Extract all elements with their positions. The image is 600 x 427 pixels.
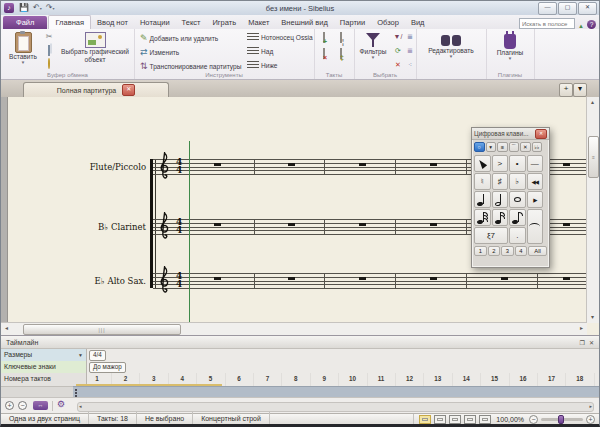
bar-number[interactable]: 3: [144, 375, 164, 382]
scroll-up-icon[interactable]: ▴: [587, 97, 598, 108]
select-row-icon[interactable]: ≣: [404, 31, 416, 43]
whole-rest[interactable]: [288, 277, 295, 280]
select-graphic-button[interactable]: Выбрать графический объект: [59, 32, 131, 63]
dock-panel-icon[interactable]: ❐: [580, 339, 585, 346]
timeline-zoom-out-icon[interactable]: −: [18, 401, 27, 410]
reselect-icon[interactable]: ⟳: [392, 45, 404, 57]
concert-pitch-status[interactable]: Концертный строй: [193, 412, 270, 426]
bar-number[interactable]: 9: [314, 375, 334, 382]
whole-rest[interactable]: [359, 163, 366, 166]
edit-dropdown-icon[interactable]: ▼: [449, 55, 453, 60]
bar-number[interactable]: 5: [201, 375, 221, 382]
whole-rest[interactable]: [214, 163, 221, 166]
treble-clef-icon[interactable]: [156, 212, 172, 242]
keypad-natural-button[interactable]: ♮: [474, 173, 491, 190]
close-button[interactable]: ✕: [578, 2, 597, 15]
select-more-icon[interactable]: ▼/: [392, 31, 404, 43]
whole-rest[interactable]: [214, 277, 221, 280]
delete-bar-icon[interactable]: ×: [318, 48, 330, 60]
keypad-title-bar[interactable]: Цифровая клави... ✕: [472, 128, 549, 140]
tab-more-notes[interactable]: ▾: [486, 142, 497, 152]
view-mode-panorama-button[interactable]: [479, 415, 491, 424]
ossia-below-button[interactable]: Ниже: [247, 61, 278, 69]
bar-number[interactable]: 12: [399, 375, 419, 382]
keypad-sixteenth-note-button[interactable]: [492, 209, 509, 226]
timeline-scroll-right-icon[interactable]: ▸: [589, 403, 592, 409]
tab-обзор[interactable]: Обзор: [371, 16, 405, 29]
scroll-right-icon[interactable]: ▸: [576, 323, 587, 334]
tab-партии[interactable]: Партии: [334, 16, 371, 29]
tab-внешний-вид[interactable]: Внешний вид: [275, 16, 334, 29]
timeline-zoom-in-icon[interactable]: +: [5, 401, 14, 410]
whole-rest[interactable]: [430, 277, 437, 280]
close-panel-icon[interactable]: ✕: [589, 339, 594, 346]
bar-number[interactable]: 7: [257, 375, 277, 382]
bar-number[interactable]: 10: [343, 375, 363, 382]
keypad-whole-note-button[interactable]: [509, 191, 526, 208]
tab-beams-tremolos[interactable]: ≡: [497, 142, 508, 152]
voice-all-button[interactable]: All: [528, 246, 547, 256]
treble-clef-icon[interactable]: [156, 266, 172, 296]
voice-1-button[interactable]: 1: [474, 246, 487, 256]
tab-jazz-articulations[interactable]: ✕: [520, 142, 531, 152]
plugins-button[interactable]: Плагины ▼: [488, 31, 532, 61]
tab-вид[interactable]: Вид: [405, 16, 431, 29]
key-signature-chip[interactable]: До мажор: [89, 362, 126, 373]
timeline-header[interactable]: Таймлайн ❐ ✕: [1, 336, 599, 349]
whole-rest[interactable]: [430, 163, 437, 166]
deselect-icon[interactable]: ✕: [392, 59, 404, 71]
whole-rest[interactable]: [563, 277, 570, 280]
tab-articulations[interactable]: ⌒: [509, 142, 520, 152]
zoom-slider-thumb[interactable]: [558, 415, 564, 424]
split-bar-icon[interactable]: ¦: [335, 32, 347, 44]
maximize-button[interactable]: ▢: [558, 2, 577, 15]
select-box-icon[interactable]: ≣: [404, 45, 416, 57]
tab-file[interactable]: Файл: [3, 16, 47, 29]
keypad-flat-button[interactable]: ♭: [509, 173, 526, 190]
bar-number[interactable]: 2: [115, 375, 135, 382]
whole-rest[interactable]: [563, 163, 570, 166]
paste-dropdown-icon[interactable]: ▼: [21, 61, 25, 66]
transpose-score-button[interactable]: ⇅ Транспонирование партитуры: [140, 61, 241, 72]
time-signature-lower[interactable]: 4: [176, 166, 182, 175]
scroll-left-icon[interactable]: ◂: [1, 323, 12, 334]
whole-rest[interactable]: [288, 163, 295, 166]
bar-number[interactable]: 14: [456, 375, 476, 382]
scroll-down-icon[interactable]: ▾: [587, 312, 598, 323]
keypad-tenuto-button[interactable]: —: [527, 155, 544, 172]
time-signature-chip[interactable]: 4/4: [89, 350, 106, 361]
tab-common-notes[interactable]: ○: [474, 142, 485, 152]
timeline-scroll-left-icon[interactable]: ◂: [79, 403, 82, 409]
timeline-row-bar-numbers[interactable]: Номера тактов 12345678910111213141516171…: [1, 373, 599, 387]
minimize-button[interactable]: —: [538, 2, 557, 15]
voice-4-button[interactable]: 4: [515, 246, 528, 256]
zoom-out-button[interactable]: −: [529, 415, 538, 424]
keypad-sharp-button[interactable]: ♯: [492, 173, 509, 190]
zoom-slider[interactable]: [541, 418, 583, 421]
whole-rest[interactable]: [288, 223, 295, 226]
bar-number[interactable]: 13: [428, 375, 448, 382]
time-signature-lower[interactable]: 4: [176, 226, 182, 235]
bar-number[interactable]: 15: [485, 375, 505, 382]
time-signature-lower[interactable]: 4: [176, 280, 182, 289]
view-mode-pages-button[interactable]: [419, 415, 431, 424]
cut-icon[interactable]: ✂: [43, 31, 55, 43]
add-remove-button[interactable]: ✎ Добавить или удалить: [140, 33, 218, 44]
select-notes-icon[interactable]: ⁖: [404, 59, 416, 71]
keypad-tie-button[interactable]: [527, 209, 544, 244]
tab-нотации[interactable]: Нотации: [134, 16, 176, 29]
bar-number[interactable]: 4: [172, 375, 192, 382]
keypad-panel[interactable]: Цифровая клави... ✕ ○▾≡⌒✕♭♭ >•—♮♯♭◀◀▶ξ7.…: [471, 127, 550, 268]
keypad-quarter-note-button[interactable]: [474, 191, 491, 208]
horizontal-scrollbar[interactable]: ◂ ||| ▸: [1, 322, 587, 335]
instrument-name[interactable]: Flute/Piccolo: [1, 162, 146, 172]
keypad-rests-button[interactable]: ξ7: [474, 227, 508, 244]
keypad-half-note-button[interactable]: [492, 191, 509, 208]
document-tab[interactable]: Полная партитура ✕: [23, 82, 169, 97]
keypad-staccato-button[interactable]: •: [509, 155, 526, 172]
whole-rest[interactable]: [563, 223, 570, 226]
keypad-play-button[interactable]: ▶: [527, 191, 544, 208]
ossia-above-button[interactable]: Над: [247, 47, 273, 55]
ideas-icon[interactable]: [43, 58, 55, 70]
view-mode-horizontal-button[interactable]: [449, 415, 461, 424]
